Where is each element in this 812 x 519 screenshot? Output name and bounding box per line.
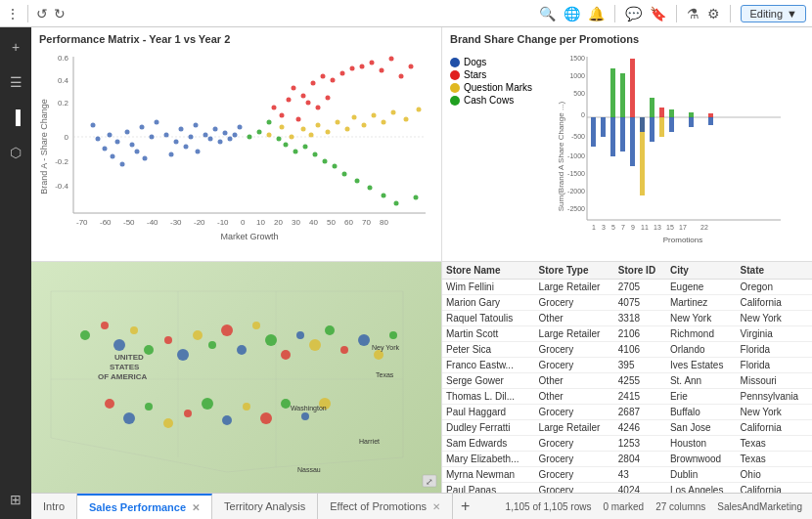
table-row[interactable]: Martin ScottLarge Retailer2106RichmondVi… bbox=[442, 326, 812, 342]
table-cell: Erie bbox=[666, 389, 737, 405]
table-row[interactable]: Peter SicaGrocery4106OrlandoFlorida bbox=[442, 342, 812, 358]
tab-effect-promotions-label: Effect of Promotions bbox=[330, 500, 427, 512]
table-cell: California bbox=[737, 483, 812, 494]
sidebar-btn-menu[interactable]: ☰ bbox=[6, 70, 26, 94]
svg-point-96 bbox=[277, 137, 282, 142]
svg-text:-2500: -2500 bbox=[567, 205, 585, 212]
svg-point-170 bbox=[252, 322, 260, 329]
svg-text:20: 20 bbox=[274, 218, 283, 227]
sidebar-btn-chart[interactable]: ▐ bbox=[7, 106, 24, 129]
svg-point-177 bbox=[358, 334, 370, 346]
table-cell: 2106 bbox=[614, 326, 666, 342]
table-cell: 4075 bbox=[614, 295, 666, 311]
col-state: State bbox=[737, 262, 812, 280]
table-row[interactable]: Thomas L. Dil...Other2415EriePennsylvani… bbox=[442, 389, 812, 405]
table-row[interactable]: Paul PapasGrocery4024Los AngelesCaliforn… bbox=[442, 483, 812, 494]
chat-icon[interactable]: 💬 bbox=[625, 6, 642, 22]
table-row[interactable]: Wim FelliniLarge Retailer2705EugeneOrego… bbox=[442, 280, 812, 295]
svg-point-86 bbox=[352, 115, 357, 120]
table-cell: Serge Gower bbox=[442, 373, 535, 389]
filter-icon[interactable]: ⚗ bbox=[687, 6, 699, 22]
tab-promotions-close-icon[interactable]: ✕ bbox=[432, 501, 440, 512]
table-row[interactable]: Sam EdwardsGrocery1253HoustonTexas bbox=[442, 436, 812, 452]
legend-stars-label: Stars bbox=[464, 69, 486, 80]
tab-territory-label: Territory Analysis bbox=[224, 500, 305, 512]
table-cell: Paul Haggard bbox=[442, 405, 535, 420]
tab-territory-analysis[interactable]: Territory Analysis bbox=[212, 494, 318, 519]
undo-icon[interactable]: ↺ bbox=[36, 6, 48, 22]
store-table: Store Name Store Type Store ID City Stat… bbox=[442, 262, 812, 493]
globe-icon[interactable]: 🌐 bbox=[564, 6, 580, 22]
status-source: SalesAndMarketing bbox=[717, 501, 802, 512]
svg-point-92 bbox=[417, 108, 422, 112]
status-marked: 0 marked bbox=[603, 501, 644, 512]
gear-icon[interactable]: ⚙ bbox=[707, 6, 720, 22]
editing-badge[interactable]: Editing ▼ bbox=[741, 5, 806, 22]
svg-point-57 bbox=[272, 106, 277, 110]
sidebar-btn-add[interactable]: + bbox=[8, 35, 23, 59]
svg-text:9: 9 bbox=[631, 224, 635, 231]
svg-rect-128 bbox=[630, 59, 635, 117]
svg-point-54 bbox=[111, 154, 115, 159]
table-row[interactable]: Serge GowerOther4255St. AnnMissouri bbox=[442, 373, 812, 389]
sidebar-btn-data[interactable]: ⬡ bbox=[6, 141, 25, 164]
table-row[interactable]: Mary Elizabeth...Grocery2804BrownwoodTex… bbox=[442, 452, 812, 467]
map-panel: UNITED STATES OF AMERICA bbox=[31, 262, 442, 493]
tab-sales-performance[interactable]: Sales Performance ✕ bbox=[77, 494, 212, 519]
table-cell: Large Retailer bbox=[535, 420, 614, 436]
table-cell: Virginia bbox=[737, 326, 812, 342]
table-cell: Texas bbox=[737, 452, 812, 467]
table-cell: New York bbox=[737, 311, 812, 326]
table-cell: Ohio bbox=[737, 467, 812, 483]
table-cell: St. Ann bbox=[666, 373, 737, 389]
bookmark-icon[interactable]: 🔖 bbox=[650, 6, 666, 22]
svg-point-165 bbox=[177, 349, 189, 361]
svg-text:80: 80 bbox=[380, 218, 388, 227]
redo-icon[interactable]: ↻ bbox=[54, 6, 66, 22]
tab-intro[interactable]: Intro bbox=[31, 494, 77, 519]
table-row[interactable]: Raquel TatoulisOther3318New YorkNew York bbox=[442, 311, 812, 326]
svg-point-105 bbox=[368, 186, 373, 191]
svg-rect-132 bbox=[650, 98, 654, 117]
svg-text:Texas: Texas bbox=[376, 371, 394, 378]
tab-add-button[interactable]: + bbox=[453, 494, 477, 519]
svg-point-52 bbox=[135, 150, 140, 154]
table-row[interactable]: Dudley FerrattiLarge Retailer4246San Jos… bbox=[442, 420, 812, 436]
sidebar: + ☰ ▐ ⬡ ⊞ bbox=[0, 27, 31, 519]
bell-icon[interactable]: 🔔 bbox=[588, 6, 605, 22]
svg-point-87 bbox=[362, 123, 367, 128]
tab-sales-close-icon[interactable]: ✕ bbox=[192, 502, 200, 513]
svg-text:5: 5 bbox=[611, 224, 615, 231]
svg-text:50: 50 bbox=[327, 218, 336, 227]
tab-status-bar: 1,105 of 1,105 rows 0 marked 27 columns … bbox=[506, 494, 812, 519]
svg-point-187 bbox=[243, 403, 250, 411]
table-cell: 2415 bbox=[614, 389, 666, 405]
table-row[interactable]: Paul HaggardGrocery2687BuffaloNew York bbox=[442, 405, 812, 420]
svg-point-161 bbox=[113, 339, 125, 351]
svg-text:0.4: 0.4 bbox=[58, 76, 69, 85]
svg-text:Ney York: Ney York bbox=[372, 344, 400, 352]
svg-text:0: 0 bbox=[65, 133, 69, 142]
svg-rect-136 bbox=[669, 109, 674, 117]
menu-icon[interactable]: ⋮ bbox=[6, 6, 20, 22]
table-row[interactable]: Franco Eastw...Grocery395Ives EstatesFlo… bbox=[442, 358, 812, 373]
sidebar-btn-bottom[interactable]: ⊞ bbox=[6, 488, 25, 511]
table-cell: 4255 bbox=[614, 373, 666, 389]
table-cell: Other bbox=[535, 311, 614, 326]
search-icon[interactable]: 🔍 bbox=[539, 6, 556, 22]
svg-point-101 bbox=[323, 159, 328, 164]
svg-point-68 bbox=[306, 101, 311, 106]
svg-point-38 bbox=[174, 140, 179, 145]
svg-rect-126 bbox=[620, 73, 625, 117]
table-cell: 395 bbox=[614, 358, 666, 373]
svg-text:70: 70 bbox=[362, 218, 371, 227]
svg-text:Brand A - Share Change: Brand A - Share Change bbox=[39, 99, 49, 195]
table-row[interactable]: Myrna NewmanGrocery43DublinOhio bbox=[442, 467, 812, 483]
perf-matrix-title: Performance Matrix - Year 1 vs Year 2 bbox=[39, 33, 433, 45]
svg-rect-122 bbox=[591, 117, 596, 147]
table-row[interactable]: Marion GaryGrocery4075MartinezCalifornia bbox=[442, 295, 812, 311]
tab-effect-promotions[interactable]: Effect of Promotions ✕ bbox=[318, 494, 453, 519]
svg-point-179 bbox=[389, 331, 397, 339]
table-cell: Ives Estates bbox=[666, 358, 737, 373]
svg-point-172 bbox=[281, 350, 291, 360]
